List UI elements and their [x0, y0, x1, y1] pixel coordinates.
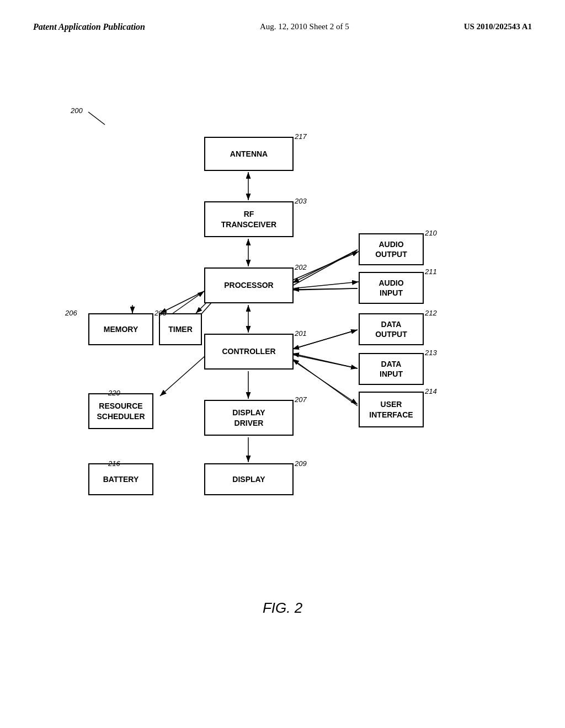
header-publication-type: Patent Application Publication	[33, 22, 145, 32]
box-user-interface: USER INTERFACE	[359, 392, 424, 427]
ref-user-interface: 214	[425, 387, 437, 395]
diagram-area: 200	[33, 43, 532, 650]
box-display-driver: DISPLAY DRIVER	[204, 400, 294, 436]
svg-line-15	[292, 288, 358, 290]
svg-line-6	[160, 291, 204, 313]
svg-line-13	[292, 282, 359, 288]
ref-display-driver: 207	[295, 395, 307, 404]
ref-controller: 201	[295, 329, 307, 338]
ref-data-input: 213	[425, 349, 437, 357]
ref-timer: 205	[154, 309, 167, 317]
header-date-sheet: Aug. 12, 2010 Sheet 2 of 5	[260, 22, 349, 31]
box-display: DISPLAY	[204, 463, 294, 495]
ref-rf-transceiver: 203	[295, 197, 307, 205]
svg-line-2	[88, 112, 105, 125]
box-audio-input: AUDIO INPUT	[359, 272, 424, 304]
ref-display: 209	[295, 459, 307, 468]
ref-memory: 206	[65, 309, 77, 317]
diagram-label-200: 200	[71, 106, 83, 115]
svg-line-17	[292, 355, 358, 368]
ref-audio-output: 210	[425, 229, 437, 237]
box-processor: PROCESSOR	[204, 267, 294, 303]
svg-line-22	[292, 354, 358, 368]
svg-line-10	[160, 352, 210, 396]
box-data-input: DATA INPUT	[359, 353, 424, 385]
box-memory: MEMORY	[88, 313, 153, 345]
page: Patent Application Publication Aug. 12, …	[0, 0, 565, 728]
ref-resource-scheduler: 220	[108, 389, 120, 397]
box-timer: TIMER	[159, 313, 202, 345]
ref-antenna: 217	[295, 132, 307, 141]
figure-caption: FIG. 2	[263, 599, 302, 617]
header-patent-number: US 2010/202543 A1	[464, 22, 532, 31]
box-data-output: DATA OUTPUT	[359, 313, 424, 345]
box-rf-transceiver: RF TRANSCEIVER	[204, 201, 294, 237]
svg-line-20	[292, 288, 358, 290]
box-resource-scheduler: RESOURCE SCHEDULER	[88, 393, 153, 429]
page-header: Patent Application Publication Aug. 12, …	[33, 22, 532, 32]
ref-battery: 216	[108, 459, 120, 468]
box-controller: CONTROLLER	[204, 334, 294, 370]
ref-audio-input: 211	[425, 267, 437, 276]
box-audio-output: AUDIO OUTPUT	[359, 233, 424, 265]
ref-data-output: 212	[425, 309, 437, 317]
box-battery: BATTERY	[88, 463, 153, 495]
box-antenna: ANTENNA	[204, 137, 294, 171]
ref-processor: 202	[295, 263, 307, 271]
